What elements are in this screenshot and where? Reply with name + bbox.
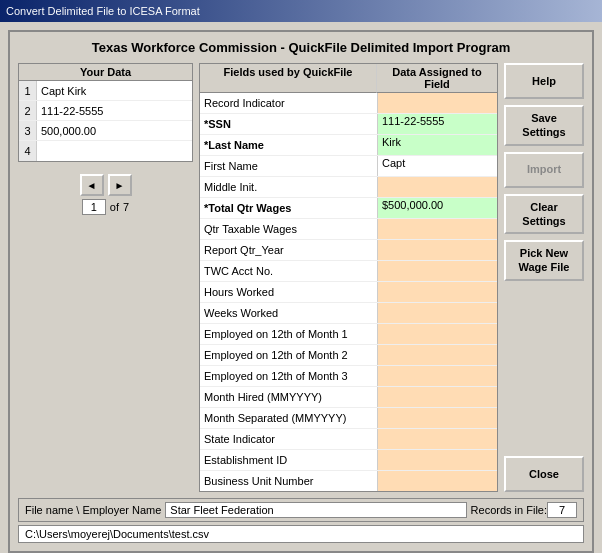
field-value-6	[377, 219, 497, 239]
field-name-11: Employed on 12th of Month 1	[200, 327, 377, 341]
your-data-section: Your Data 1 Capt Kirk 2 111-22-5555 3 50…	[18, 63, 193, 162]
table-row: 4	[19, 141, 192, 161]
filepath-bar: C:\Users\moyerej\Documents\test.csv	[18, 525, 584, 543]
field-value-16	[377, 429, 497, 449]
list-item: Employed on 12th of Month 3	[200, 366, 497, 387]
field-name-17: Establishment ID	[200, 453, 377, 467]
row-val-1: Capt Kirk	[37, 84, 192, 98]
next-button[interactable]: ►	[108, 174, 132, 196]
page-number: 1	[82, 199, 106, 215]
table-row: 2 111-22-5555	[19, 101, 192, 121]
field-name-6: Qtr Taxable Wages	[200, 222, 377, 236]
fields-section: Fields used by QuickFile Data Assigned t…	[199, 63, 498, 492]
nav-buttons: ◄ ►	[80, 174, 132, 196]
save-settings-button[interactable]: SaveSettings	[504, 105, 584, 146]
field-value-2: Kirk	[377, 135, 497, 155]
field-name-16: State Indicator	[200, 432, 377, 446]
list-item: Weeks Worked	[200, 303, 497, 324]
field-value-17	[377, 450, 497, 470]
file-label: File name \ Employer Name	[25, 504, 161, 516]
content-area: Your Data 1 Capt Kirk 2 111-22-5555 3 50…	[18, 63, 584, 492]
list-item: Employed on 12th of Month 1	[200, 324, 497, 345]
field-value-5: $500,000.00	[377, 198, 497, 218]
field-value-15	[377, 408, 497, 428]
field-value-12	[377, 345, 497, 365]
list-item: Hours Worked	[200, 282, 497, 303]
list-item: Middle Init.	[200, 177, 497, 198]
assigned-col-header: Data Assigned to Field	[377, 64, 497, 93]
field-value-18	[377, 471, 497, 491]
field-name-10: Weeks Worked	[200, 306, 377, 320]
field-name-13: Employed on 12th of Month 3	[200, 369, 377, 383]
prev-button[interactable]: ◄	[80, 174, 104, 196]
field-name-15: Month Separated (MMYYYY)	[200, 411, 377, 425]
field-name-4: Middle Init.	[200, 180, 377, 194]
pick-new-wage-file-button[interactable]: Pick NewWage File	[504, 240, 584, 281]
row-num-4: 4	[19, 141, 37, 161]
field-name-1: *SSN	[200, 117, 377, 131]
field-name-8: TWC Acct No.	[200, 264, 377, 278]
list-item: Business Unit Number	[200, 471, 497, 491]
field-value-7	[377, 240, 497, 260]
field-value-9	[377, 282, 497, 302]
list-item: Month Hired (MMYYYY)	[200, 387, 497, 408]
field-name-18: Business Unit Number	[200, 474, 377, 488]
total-pages: 7	[123, 201, 129, 213]
field-value-10	[377, 303, 497, 323]
field-value-11	[377, 324, 497, 344]
field-value-14	[377, 387, 497, 407]
list-item: Month Separated (MMYYYY)	[200, 408, 497, 429]
help-button[interactable]: Help	[504, 63, 584, 99]
field-name-14: Month Hired (MMYYYY)	[200, 390, 377, 404]
field-value-0	[377, 93, 497, 113]
records-count: 7	[547, 502, 577, 518]
field-name-5: *Total Qtr Wages	[200, 201, 377, 215]
row-val-4	[37, 150, 192, 152]
of-label: of	[110, 201, 119, 213]
field-value-8	[377, 261, 497, 281]
field-value-1: 111-22-5555	[377, 114, 497, 134]
table-row: 3 500,000.00	[19, 121, 192, 141]
close-button[interactable]: Close	[504, 456, 584, 492]
your-data-header: Your Data	[19, 64, 192, 81]
field-value-3: Capt	[377, 156, 497, 176]
field-name-2: *Last Name	[200, 138, 377, 152]
field-name-9: Hours Worked	[200, 285, 377, 299]
app-title: Texas Workforce Commission - QuickFile D…	[18, 40, 584, 55]
list-item: TWC Acct No.	[200, 261, 497, 282]
list-item: *SSN 111-22-5555	[200, 114, 497, 135]
list-item: Qtr Taxable Wages	[200, 219, 497, 240]
import-button[interactable]: Import	[504, 152, 584, 188]
field-name-7: Report Qtr_Year	[200, 243, 377, 257]
list-item: *Total Qtr Wages $500,000.00	[200, 198, 497, 219]
fields-col-header: Fields used by QuickFile	[200, 64, 377, 93]
left-panel: Your Data 1 Capt Kirk 2 111-22-5555 3 50…	[18, 63, 193, 492]
row-num-1: 1	[19, 81, 37, 100]
main-container: Texas Workforce Commission - QuickFile D…	[8, 30, 594, 553]
field-value-13	[377, 366, 497, 386]
title-text: Convert Delimited File to ICESA Format	[6, 5, 200, 17]
list-item: Report Qtr_Year	[200, 240, 497, 261]
field-name-0: Record Indicator	[200, 96, 377, 110]
page-indicator: 1 of 7	[82, 199, 129, 215]
list-item: *Last Name Kirk	[200, 135, 497, 156]
title-bar: Convert Delimited File to ICESA Format	[0, 0, 602, 22]
row-num-2: 2	[19, 101, 37, 120]
table-row: 1 Capt Kirk	[19, 81, 192, 101]
window-body: Texas Workforce Commission - QuickFile D…	[0, 22, 602, 553]
employer-name-value: Star Fleet Federation	[165, 502, 466, 518]
row-val-3: 500,000.00	[37, 124, 192, 138]
field-name-3: First Name	[200, 159, 377, 173]
field-name-12: Employed on 12th of Month 2	[200, 348, 377, 362]
list-item: Employed on 12th of Month 2	[200, 345, 497, 366]
row-num-3: 3	[19, 121, 37, 140]
list-item: First Name Capt	[200, 156, 497, 177]
list-item: Establishment ID	[200, 450, 497, 471]
right-panel: Help SaveSettings Import ClearSettings P…	[504, 63, 584, 492]
clear-settings-button[interactable]: ClearSettings	[504, 194, 584, 235]
col-headers: Fields used by QuickFile Data Assigned t…	[200, 64, 497, 93]
status-bar: File name \ Employer Name Star Fleet Fed…	[18, 498, 584, 522]
row-val-2: 111-22-5555	[37, 104, 192, 118]
field-value-4	[377, 177, 497, 197]
middle-panel: Fields used by QuickFile Data Assigned t…	[199, 63, 498, 492]
